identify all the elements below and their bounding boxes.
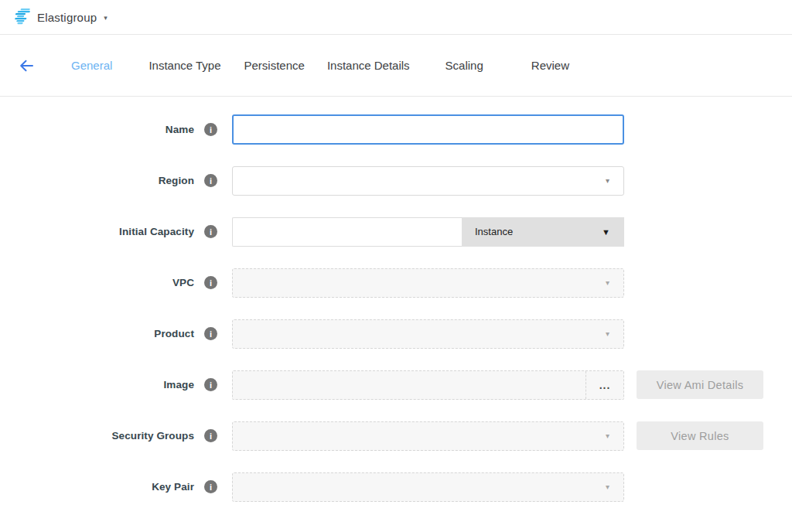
security-groups-row: Security Groups i ▾ View Rules: [0, 421, 792, 451]
tab-instance-type[interactable]: Instance Type: [148, 59, 220, 72]
image-input: [233, 371, 587, 399]
name-row: Name i: [0, 114, 792, 145]
back-button[interactable]: [17, 56, 36, 75]
region-row: Region i ▾: [0, 165, 792, 196]
security-groups-caret-icon: ▾: [606, 431, 609, 440]
image-row: Image i ... View Ami Details: [0, 370, 792, 400]
vpc-info-icon[interactable]: i: [204, 276, 217, 289]
initial-capacity-label: Initial Capacity: [119, 226, 194, 237]
security-groups-info-icon[interactable]: i: [204, 429, 217, 442]
app-switcher-caret-icon: ▾: [104, 14, 108, 22]
wizard-tab-bar: General Instance Type Persistence Instan…: [0, 35, 792, 97]
product-select: ▾: [232, 319, 624, 349]
initial-capacity-input[interactable]: [232, 217, 462, 247]
general-settings-form: Name i Region i ▾ Initial Capacity i Ins: [0, 97, 792, 502]
tab-instance-details[interactable]: Instance Details: [327, 59, 410, 72]
key-pair-row: Key Pair i ▾: [0, 472, 792, 502]
initial-capacity-row: Initial Capacity i Instance ▼: [0, 217, 792, 247]
security-groups-select: ▾: [232, 421, 624, 451]
app-switcher[interactable]: Elastigroup ▾: [37, 11, 108, 24]
key-pair-label: Key Pair: [152, 481, 194, 493]
key-pair-info-icon[interactable]: i: [204, 480, 217, 493]
name-input[interactable]: [232, 114, 624, 145]
image-info-icon[interactable]: i: [204, 378, 217, 391]
security-groups-label: Security Groups: [111, 430, 194, 442]
key-pair-caret-icon: ▾: [606, 483, 609, 491]
tab-general[interactable]: General: [71, 59, 112, 72]
vpc-row: VPC i ▾: [0, 268, 792, 298]
arrow-back-icon: [19, 58, 34, 73]
tab-scaling[interactable]: Scaling: [446, 59, 483, 72]
image-label: Image: [163, 379, 194, 390]
image-browse-button[interactable]: ...: [585, 371, 623, 399]
capacity-unit-selected-value: Instance: [475, 226, 602, 237]
capacity-unit-caret-icon: ▼: [602, 227, 610, 237]
image-field: ...: [232, 370, 624, 400]
region-select[interactable]: ▾: [232, 166, 624, 196]
vpc-caret-icon: ▾: [606, 278, 609, 287]
product-row: Product i ▾: [0, 319, 792, 349]
name-label: Name: [166, 124, 194, 135]
name-info-icon[interactable]: i: [204, 123, 217, 136]
vpc-select: ▾: [232, 268, 624, 298]
view-ami-details-button[interactable]: View Ami Details: [637, 370, 763, 399]
top-bar: Elastigroup ▾: [0, 0, 792, 35]
region-label: Region: [159, 175, 194, 186]
key-pair-select: ▾: [232, 472, 624, 502]
product-label: Product: [154, 328, 194, 339]
view-rules-button[interactable]: View Rules: [637, 421, 763, 450]
product-info-icon[interactable]: i: [204, 327, 217, 340]
product-caret-icon: ▾: [606, 329, 609, 338]
capacity-unit-select[interactable]: Instance ▼: [462, 217, 624, 247]
app-title: Elastigroup: [37, 11, 97, 24]
region-info-icon[interactable]: i: [204, 174, 217, 187]
region-caret-icon: ▾: [606, 176, 609, 185]
elastigroup-logo-icon: [11, 9, 31, 26]
tab-review[interactable]: Review: [531, 59, 569, 72]
vpc-label: VPC: [172, 277, 194, 288]
tab-persistence[interactable]: Persistence: [244, 59, 305, 72]
initial-capacity-info-icon[interactable]: i: [204, 225, 217, 238]
